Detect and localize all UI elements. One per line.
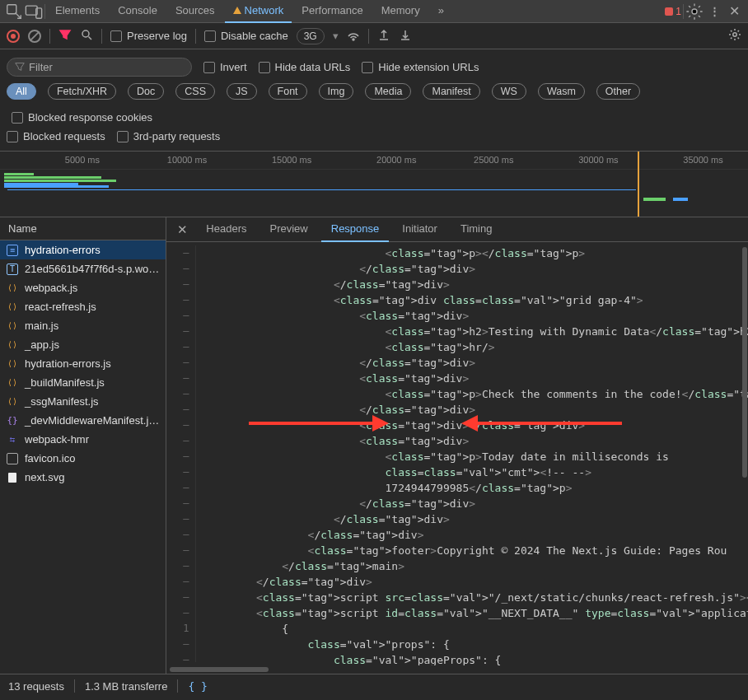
detail-close-icon[interactable]: ✕ bbox=[171, 222, 193, 237]
devtools-tabs-bar: Elements Console Sources Network Perform… bbox=[0, 0, 748, 23]
panel-settings-gear-icon[interactable] bbox=[728, 28, 741, 44]
chip-img[interactable]: Img bbox=[319, 83, 354, 100]
chip-ws[interactable]: WS bbox=[492, 83, 526, 100]
throttling-select[interactable]: 3G bbox=[297, 28, 325, 44]
script-icon: ⟨⟩ bbox=[7, 320, 18, 332]
svg-point-6 bbox=[733, 33, 736, 36]
kebab-menu-icon[interactable]: ⋮ bbox=[705, 2, 723, 21]
request-row[interactable]: ⟨⟩webpack.js bbox=[0, 278, 166, 297]
request-name: hydration-errors bbox=[25, 244, 101, 256]
chip-js[interactable]: JS bbox=[227, 83, 257, 100]
request-name: react-refresh.js bbox=[25, 301, 96, 313]
upload-har-icon[interactable] bbox=[377, 28, 390, 44]
request-row[interactable]: ⟨⟩react-refresh.js bbox=[0, 297, 166, 316]
clear-button[interactable] bbox=[28, 30, 41, 43]
request-row[interactable]: {}_devMiddlewareManifest.j… bbox=[0, 411, 166, 430]
request-name: next.svg bbox=[25, 471, 64, 483]
chip-all[interactable]: All bbox=[7, 83, 36, 100]
record-button[interactable] bbox=[7, 30, 20, 43]
script-icon: ⟨⟩ bbox=[7, 282, 18, 294]
hide-data-urls-checkbox[interactable]: Hide data URLs bbox=[259, 61, 351, 73]
request-name: favicon.ico bbox=[25, 452, 75, 464]
tab-console[interactable]: Console bbox=[110, 0, 166, 23]
request-row[interactable]: ⟨⟩_app.js bbox=[0, 335, 166, 354]
tab-performance[interactable]: Performance bbox=[293, 0, 371, 23]
request-name: webpack-hmr bbox=[25, 433, 89, 446]
svg-marker-9 bbox=[461, 415, 478, 432]
request-row[interactable]: next.svg bbox=[0, 468, 166, 487]
chip-doc[interactable]: Doc bbox=[128, 83, 164, 100]
checkbox-icon bbox=[259, 62, 270, 73]
tab-memory[interactable]: Memory bbox=[373, 0, 428, 23]
network-toolbar: Preserve log Disable cache 3G ▾ bbox=[0, 23, 748, 49]
horizontal-scrollbar[interactable] bbox=[166, 665, 748, 674]
tab-headers[interactable]: Headers bbox=[196, 217, 256, 242]
response-source[interactable]: ––––––– ––––––– ––––––– –––1–– <class="t… bbox=[166, 242, 748, 665]
request-row[interactable]: favicon.ico bbox=[0, 449, 166, 468]
chip-css[interactable]: CSS bbox=[175, 83, 215, 100]
request-row[interactable]: ⟨⟩_ssgManifest.js bbox=[0, 392, 166, 411]
checkbox-icon bbox=[117, 131, 129, 142]
chip-manifest[interactable]: Manifest bbox=[423, 83, 479, 100]
tab-response[interactable]: Response bbox=[321, 217, 390, 242]
search-icon[interactable] bbox=[80, 28, 93, 44]
annotation-arrow-right bbox=[461, 407, 626, 440]
network-timeline[interactable]: 5000 ms 10000 ms 15000 ms 20000 ms 25000… bbox=[0, 152, 748, 217]
svg-rect-0 bbox=[7, 4, 16, 13]
tab-preview[interactable]: Preview bbox=[260, 217, 318, 242]
chip-media[interactable]: Media bbox=[365, 83, 411, 100]
request-row[interactable]: ⇆webpack-hmr bbox=[0, 430, 166, 449]
request-row[interactable]: ⟨⟩hydration-errors.js bbox=[0, 354, 166, 373]
tab-network[interactable]: Network bbox=[225, 0, 292, 23]
status-footer: 13 requests 1.3 MB transferre { } bbox=[0, 674, 748, 698]
blocked-cookies-checkbox[interactable]: Blocked response cookies bbox=[12, 111, 152, 124]
device-toolbar-icon[interactable] bbox=[25, 2, 43, 21]
hide-extension-urls-checkbox[interactable]: Hide extension URLs bbox=[362, 61, 479, 73]
request-row[interactable]: T21ed5661b47f7f6d-s.p.wo… bbox=[0, 259, 166, 278]
request-row[interactable]: ≡hydration-errors bbox=[0, 240, 166, 259]
request-name: _devMiddlewareManifest.j… bbox=[25, 414, 159, 427]
preserve-log-checkbox[interactable]: Preserve log bbox=[110, 30, 187, 42]
close-icon[interactable]: ✕ bbox=[725, 2, 743, 21]
checkbox-icon bbox=[203, 62, 215, 73]
request-name: hydration-errors.js bbox=[25, 357, 111, 370]
websocket-icon: ⇆ bbox=[7, 434, 18, 446]
json-icon: {} bbox=[7, 415, 18, 427]
tab-more[interactable]: » bbox=[430, 0, 452, 23]
disable-cache-checkbox[interactable]: Disable cache bbox=[204, 30, 288, 42]
chip-font[interactable]: Font bbox=[269, 83, 307, 100]
blocked-requests-checkbox[interactable]: Blocked requests bbox=[7, 130, 105, 142]
script-icon: ⟨⟩ bbox=[7, 377, 18, 389]
document-icon: ≡ bbox=[7, 245, 18, 256]
third-party-checkbox[interactable]: 3rd-party requests bbox=[117, 130, 221, 142]
chip-fetchxhr[interactable]: Fetch/XHR bbox=[48, 83, 116, 100]
chip-wasm[interactable]: Wasm bbox=[538, 83, 585, 100]
error-dot-icon bbox=[665, 7, 673, 16]
font-file-icon: T bbox=[7, 264, 18, 275]
invert-checkbox[interactable]: Invert bbox=[203, 61, 247, 73]
download-har-icon[interactable] bbox=[399, 28, 412, 44]
filter-input[interactable]: Filter bbox=[7, 58, 192, 77]
request-list-header[interactable]: Name bbox=[0, 217, 166, 240]
svg-point-3 bbox=[692, 8, 697, 13]
chip-other[interactable]: Other bbox=[596, 83, 640, 100]
chevron-down-icon[interactable]: ▾ bbox=[333, 30, 339, 42]
request-row[interactable]: ⟨⟩main.js bbox=[0, 316, 166, 335]
tab-timing[interactable]: Timing bbox=[451, 217, 503, 242]
pretty-print-button[interactable]: { } bbox=[188, 680, 207, 693]
tab-sources[interactable]: Sources bbox=[167, 0, 223, 23]
svg-point-4 bbox=[82, 30, 89, 37]
tab-elements[interactable]: Elements bbox=[47, 0, 108, 23]
settings-gear-icon[interactable] bbox=[685, 2, 704, 21]
error-counter[interactable]: 1 bbox=[665, 6, 681, 17]
filter-toggle-icon[interactable] bbox=[58, 28, 72, 44]
request-row[interactable]: ⟨⟩_buildManifest.js bbox=[0, 373, 166, 392]
svg-point-5 bbox=[353, 39, 354, 40]
requests-count: 13 requests bbox=[8, 680, 64, 693]
filter-placeholder: Filter bbox=[29, 61, 53, 73]
tab-initiator[interactable]: Initiator bbox=[392, 217, 447, 242]
vertical-scrollbar[interactable] bbox=[742, 247, 747, 478]
inspect-icon[interactable] bbox=[5, 2, 23, 21]
checkbox-icon bbox=[7, 131, 18, 142]
network-conditions-icon[interactable] bbox=[347, 28, 360, 44]
